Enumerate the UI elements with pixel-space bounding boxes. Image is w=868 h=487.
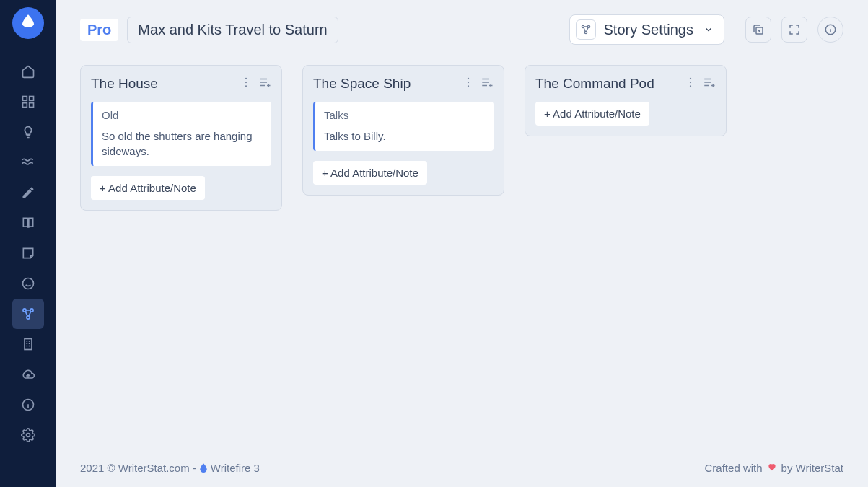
svg-rect-2	[22, 103, 27, 108]
footer-right: Crafted with by WriterStat	[705, 462, 843, 474]
card-header: The House	[91, 76, 271, 92]
flame-icon	[198, 462, 209, 474]
footer-product: Writefire 3	[211, 462, 260, 474]
card-the-space-ship: The Space Ship Talks Talks to Billy. + A…	[302, 65, 504, 196]
connections-icon	[576, 19, 596, 40]
svg-point-23	[690, 82, 691, 83]
header: Pro Max and Kits Travel to Saturn Story …	[56, 0, 868, 45]
nav-grid[interactable]	[12, 87, 44, 117]
add-attribute-button[interactable]: + Add Attribute/Note	[91, 176, 205, 200]
story-settings-label: Story Settings	[603, 22, 693, 38]
nav-note[interactable]	[12, 238, 44, 268]
svg-point-6	[30, 309, 32, 312]
card-header: The Command Pod	[535, 76, 716, 92]
duplicate-button[interactable]	[745, 17, 771, 43]
svg-point-21	[468, 85, 469, 87]
card-title: The Space Ship	[313, 76, 462, 92]
more-icon[interactable]	[684, 76, 697, 92]
svg-point-24	[690, 85, 691, 87]
story-title[interactable]: Max and Kits Travel to Saturn	[127, 17, 338, 43]
nav-book[interactable]	[12, 208, 44, 238]
main: Pro Max and Kits Travel to Saturn Story …	[56, 0, 868, 487]
card-header: The Space Ship	[313, 76, 494, 92]
sidebar	[0, 0, 56, 487]
add-attribute-button[interactable]: + Add Attribute/Note	[313, 161, 427, 185]
app-logo	[12, 7, 44, 39]
svg-point-4	[22, 278, 33, 289]
more-icon[interactable]	[240, 76, 253, 92]
nav-connections[interactable]	[12, 299, 44, 329]
add-attribute-button[interactable]: + Add Attribute/Note	[535, 102, 649, 126]
note-title: Talks	[324, 109, 485, 121]
nav-cloud[interactable]	[12, 359, 44, 390]
svg-point-16	[245, 78, 247, 79]
svg-point-18	[245, 85, 247, 87]
footer-crafted-prefix: Crafted with	[705, 462, 763, 474]
card-the-command-pod: The Command Pod + Add Attribute/Note	[525, 65, 727, 136]
nav-face[interactable]	[12, 268, 44, 299]
fullscreen-button[interactable]	[781, 17, 807, 43]
svg-rect-3	[29, 103, 33, 108]
svg-rect-8	[25, 339, 32, 350]
header-actions: Story Settings	[569, 14, 843, 45]
card-actions	[462, 76, 494, 92]
nav-info[interactable]	[12, 390, 44, 420]
note-card[interactable]: Talks Talks to Billy.	[313, 102, 494, 151]
story-settings-button[interactable]: Story Settings	[569, 14, 724, 45]
svg-rect-1	[29, 97, 33, 101]
svg-point-12	[588, 25, 590, 27]
card-title: The Command Pod	[535, 76, 684, 92]
nav-waves[interactable]	[12, 147, 44, 177]
svg-point-22	[690, 78, 691, 79]
more-icon[interactable]	[462, 76, 475, 92]
nav-idea[interactable]	[12, 117, 44, 147]
divider	[735, 20, 735, 39]
info-button[interactable]	[817, 17, 843, 43]
card-title: The House	[91, 76, 240, 92]
footer-crafted-suffix: by WriterStat	[781, 462, 843, 474]
note-card[interactable]: Old So old the shutters are hanging side…	[91, 102, 271, 166]
nav-home[interactable]	[12, 56, 44, 87]
svg-point-20	[468, 82, 469, 83]
svg-point-5	[22, 309, 25, 312]
nav-edit[interactable]	[12, 177, 44, 208]
chevron-down-icon	[703, 22, 714, 38]
svg-point-17	[245, 82, 247, 83]
playlist-add-icon[interactable]	[258, 76, 271, 92]
note-body: So old the shutters are hanging sideways…	[102, 128, 263, 159]
footer: 2021 © WriterStat.com - Writefire 3 Craf…	[56, 462, 868, 487]
svg-point-10	[26, 434, 30, 437]
svg-rect-0	[22, 97, 27, 101]
card-actions	[684, 76, 716, 92]
card-the-house: The House Old So old the shutters are ha…	[80, 65, 282, 211]
heart-icon	[767, 462, 777, 474]
note-title: Old	[102, 109, 263, 121]
footer-copyright: 2021 © WriterStat.com -	[80, 462, 196, 474]
cards-row: The House Old So old the shutters are ha…	[56, 45, 868, 231]
playlist-add-icon[interactable]	[481, 76, 494, 92]
playlist-add-icon[interactable]	[703, 76, 716, 92]
pro-badge: Pro	[80, 19, 118, 41]
nav-settings[interactable]	[12, 420, 44, 450]
svg-point-19	[468, 78, 469, 79]
svg-point-11	[582, 25, 584, 27]
note-body: Talks to Billy.	[324, 128, 485, 144]
card-actions	[240, 76, 271, 92]
nav-building[interactable]	[12, 329, 44, 359]
